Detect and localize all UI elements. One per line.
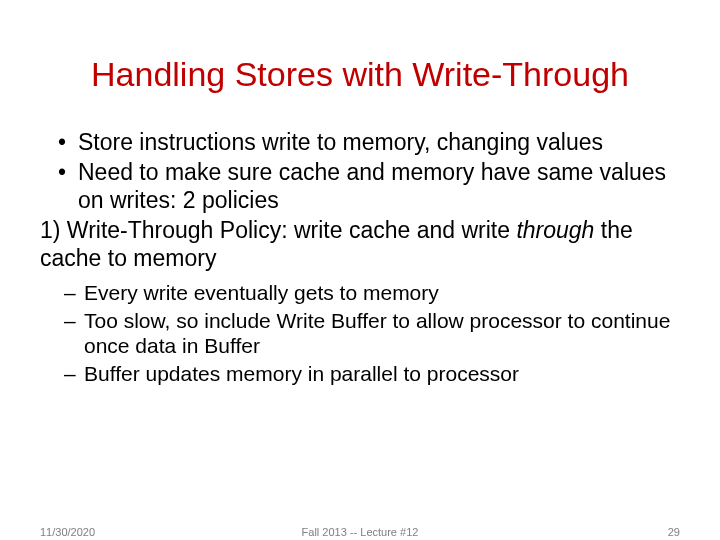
slide: Handling Stores with Write-Through Store…	[0, 0, 720, 540]
italic-text: through	[516, 217, 594, 243]
footer-page-number: 29	[668, 526, 680, 538]
bullet-item: Need to make sure cache and memory have …	[58, 158, 680, 214]
slide-body: Store instructions write to memory, chan…	[40, 128, 680, 387]
sub-bullet-item: Buffer updates memory in parallel to pro…	[64, 361, 680, 387]
bullet-text: 1) Write-Through Policy: write cache and…	[40, 217, 516, 243]
sub-bullet-item: Every write eventually gets to memory	[64, 280, 680, 306]
bullet-item: 1) Write-Through Policy: write cache and…	[40, 216, 680, 387]
sub-bullet-item: Too slow, so include Write Buffer to all…	[64, 308, 680, 359]
sub-bullet-list: Every write eventually gets to memory To…	[64, 280, 680, 386]
footer-center: Fall 2013 -- Lecture #12	[0, 526, 720, 538]
slide-title: Handling Stores with Write-Through	[40, 55, 680, 94]
bullet-list: Store instructions write to memory, chan…	[58, 128, 680, 387]
bullet-item: Store instructions write to memory, chan…	[58, 128, 680, 156]
